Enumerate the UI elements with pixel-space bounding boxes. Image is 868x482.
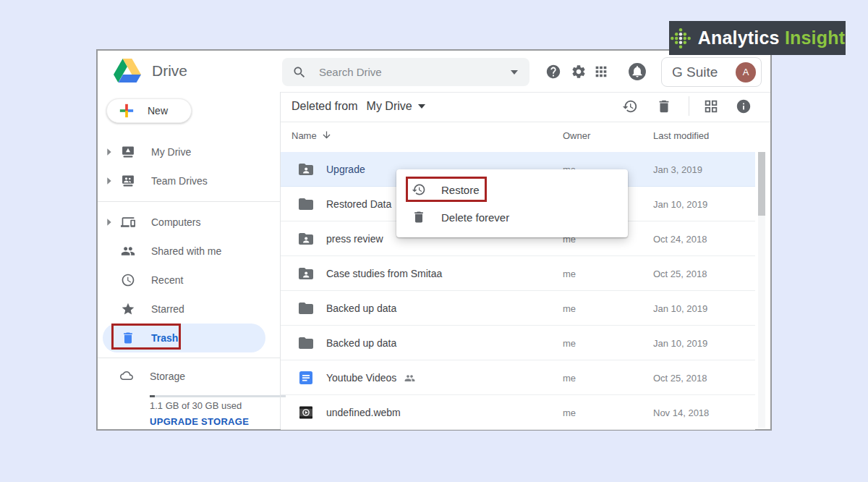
file-modified-date: Nov 14, 2018	[653, 407, 709, 418]
sidebar-item-label: Shared with me	[151, 245, 221, 257]
file-name: press review	[326, 233, 383, 245]
sidebar-item-label: Team Drives	[151, 175, 208, 187]
shared-icon	[121, 244, 135, 258]
header-divider	[281, 92, 770, 93]
sidebar-item-label: My Drive	[151, 146, 191, 158]
file-modified-date: Oct 25, 2018	[653, 373, 707, 384]
file-modified-date: Oct 24, 2018	[653, 234, 707, 245]
app-title: Drive	[152, 62, 187, 80]
account-avatar[interactable]: A	[736, 62, 756, 83]
shared-people-icon	[404, 373, 415, 384]
expand-arrow-icon[interactable]	[103, 146, 119, 158]
sidebar-item-computers[interactable]: Computers	[98, 208, 280, 237]
sidebar-item-shared-with-me[interactable]: Shared with me	[98, 237, 280, 266]
location-label: My Drive	[367, 100, 412, 113]
upgrade-storage-link[interactable]: UPGRADE STORAGE	[150, 416, 249, 427]
analytics-insight-logo: Analytics Insight	[669, 21, 846, 55]
file-row-backed-up-data[interactable]: Backed up datameJan 10, 2019	[281, 326, 755, 360]
file-owner: me	[563, 407, 576, 418]
folder-icon	[297, 300, 315, 317]
file-owner: me	[563, 338, 576, 349]
plus-icon	[119, 103, 135, 119]
folder-icon	[297, 195, 315, 213]
drive-window: Drive New My DriveTeam DrivesComputersSh…	[96, 49, 772, 431]
grid-view-icon[interactable]	[703, 98, 719, 114]
menu-item-label: Restore	[441, 184, 480, 196]
sidebar-item-label: Starred	[151, 303, 184, 315]
arrow-spacer	[103, 303, 119, 315]
expand-arrow-icon[interactable]	[103, 216, 119, 228]
file-name: Youtube Videos	[326, 372, 415, 384]
sidebar-item-trash[interactable]: Trash	[103, 324, 265, 352]
drive-logo-icon	[114, 59, 141, 83]
file-name: Backed up data	[326, 303, 396, 314]
file-row-undefined-webm[interactable]: undefined.webmmeNov 14, 2018	[281, 395, 755, 430]
search-placeholder: Search Drive	[319, 66, 511, 78]
folder-icon	[297, 334, 315, 352]
sidebar-item-recent[interactable]: Recent	[98, 266, 280, 295]
scrollbar-thumb[interactable]	[758, 152, 765, 216]
expand-arrow-icon[interactable]	[103, 175, 119, 187]
storage-label: Storage	[150, 371, 185, 382]
location-dropdown[interactable]: My Drive	[367, 100, 425, 113]
breadcrumb-prefix: Deleted from	[292, 100, 358, 113]
help-icon[interactable]	[545, 64, 561, 80]
sidebar-item-label: Computers	[151, 216, 200, 228]
starred-icon	[121, 302, 135, 316]
new-button-label: New	[148, 105, 168, 117]
column-header-owner[interactable]: Owner	[563, 130, 590, 141]
recent-icon	[121, 273, 135, 287]
folder-shared-icon	[297, 230, 315, 248]
file-row-case-studies-from-smitaa[interactable]: Case studies from SmitaameOct 25, 2018	[281, 256, 755, 291]
sidebar-item-starred[interactable]: Starred	[98, 295, 280, 324]
trash-blue-icon	[121, 331, 135, 345]
sort-descending-icon[interactable]	[321, 130, 332, 140]
sidebar-item-team-drives[interactable]: Team Drives	[98, 166, 280, 195]
trash-gray-icon	[412, 210, 426, 224]
file-name: undefined.webm	[326, 407, 401, 418]
watermark-brand: Analytics	[698, 28, 780, 48]
history-icon	[412, 182, 426, 197]
watermark-brand2: Insight	[785, 28, 845, 48]
storage-usage-text: 1.1 GB of 30 GB used	[150, 400, 242, 411]
file-row-backed-up-data[interactable]: Backed up datameJan 10, 2019	[281, 291, 755, 326]
context-menu: RestoreDelete forever	[396, 169, 628, 237]
storage-divider	[98, 358, 280, 358]
sidebar-divider	[98, 201, 280, 202]
settings-gear-icon[interactable]	[571, 64, 587, 80]
menu-item-label: Delete forever	[441, 211, 509, 224]
restore-toolbar-icon[interactable]	[622, 98, 638, 114]
column-header-name[interactable]: Name	[292, 130, 317, 141]
search-input[interactable]: Search Drive	[282, 58, 529, 86]
file-modified-date: Jan 10, 2019	[653, 199, 707, 210]
storage-progress-fill	[150, 395, 155, 397]
analytics-insight-dots-icon	[670, 28, 692, 49]
sidebar-item-my-drive[interactable]: My Drive	[98, 138, 280, 166]
analytics-insight-wordmark: Analytics Insight	[698, 28, 845, 48]
main-area: Search Drive G Suite A Deleted from My D…	[281, 51, 770, 429]
info-icon[interactable]	[736, 98, 752, 114]
column-header-modified[interactable]: Last modified	[653, 130, 709, 141]
file-modified-date: Jan 3, 2019	[653, 164, 702, 175]
arrow-spacer	[103, 332, 119, 344]
list-scrollbar[interactable]	[758, 152, 765, 428]
menu-item-restore[interactable]: Restore	[396, 176, 628, 203]
gsuite-badge: G Suite A	[661, 57, 762, 87]
toolbar-divider	[281, 122, 770, 122]
search-options-caret-icon[interactable]	[511, 70, 518, 75]
drive-logo-area[interactable]: Drive	[114, 59, 187, 83]
file-name: Upgrade	[326, 164, 365, 175]
gsuite-label: G Suite	[672, 64, 718, 80]
new-button[interactable]: New	[106, 98, 192, 123]
file-owner: me	[563, 303, 576, 314]
menu-item-delete-forever[interactable]: Delete forever	[396, 203, 628, 231]
file-row-youtube-videos[interactable]: Youtube VideosmeOct 25, 2018	[281, 360, 755, 395]
delete-toolbar-icon[interactable]	[656, 98, 672, 114]
file-name: Case studies from Smitaa	[326, 268, 442, 279]
notifications-bell-icon[interactable]	[628, 62, 647, 81]
file-modified-date: Jan 10, 2019	[653, 338, 707, 349]
computers-icon	[121, 215, 135, 229]
arrow-spacer	[103, 245, 119, 257]
file-modified-date: Oct 25, 2018	[653, 269, 707, 279]
apps-grid-icon[interactable]	[593, 64, 609, 80]
